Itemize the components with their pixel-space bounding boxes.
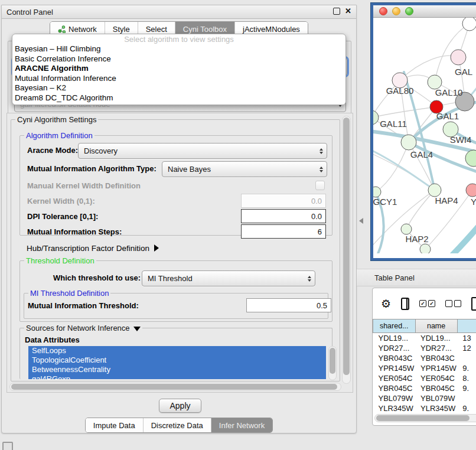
dropdown-item[interactable]: Bayesian – Hill Climbing	[12, 44, 345, 54]
attribute-list-item[interactable]: gal4RGexp	[28, 374, 326, 379]
network-view-window[interactable]: GALGAL80GAL10GAL1GAL11SWI4GAL4GCY1HAP4YH…	[371, 3, 476, 260]
attribute-list-item[interactable]: BetweennessCentrality	[28, 365, 326, 374]
gear-icon[interactable]: ⚙	[381, 298, 391, 309]
dropdown-item[interactable]: Bayesian – K2	[12, 83, 345, 93]
table-panel-header: Table Panel	[357, 269, 476, 286]
control-panel-title: Control Panel	[2, 8, 53, 17]
column-header[interactable]: shared...	[373, 319, 416, 333]
network-graph[interactable]: GALGAL80GAL10GAL1GAL11SWI4GAL4GCY1HAP4YH…	[373, 18, 476, 253]
bottom-tab-infer-network[interactable]: Infer Network	[211, 418, 272, 432]
checked-pair-icon[interactable]: ✓ ✓	[419, 300, 435, 307]
kernel-width-field[interactable]: 0.0	[241, 194, 326, 208]
dropdown-item[interactable]: ARACNE Algorithm	[12, 64, 345, 74]
network-node-gal[interactable]	[451, 50, 466, 65]
which-threshold-label: Which threshold to use:	[53, 273, 141, 282]
table-cell: YPR145W	[415, 363, 457, 373]
minimize-traffic-light-icon[interactable]	[392, 7, 400, 15]
manual-kernel-checkbox[interactable]	[315, 181, 325, 190]
settings-horizontal-scrollbar[interactable]	[9, 383, 341, 391]
network-node-label: GAL4	[410, 149, 433, 159]
settings-vertical-scrollbar[interactable]	[342, 116, 351, 384]
table-horizontal-scrollbar[interactable]	[374, 414, 476, 422]
stepper-icon[interactable]	[308, 276, 311, 282]
apply-button[interactable]: Apply	[159, 399, 201, 413]
dropdown-prompt: Select algorithm to view settings	[12, 35, 345, 44]
mi-type-combobox[interactable]: Naive Bayes	[162, 161, 327, 177]
tab-label: Style	[113, 25, 130, 34]
network-node-gcy1[interactable]	[373, 187, 381, 197]
table-row[interactable]: YLR345WYLR345W9.	[373, 403, 476, 413]
table-row[interactable]: YDL19...YDL19...13	[373, 333, 476, 344]
table-cell: 9.	[457, 383, 476, 393]
attribute-list-item[interactable]: TopologicalCoefficient	[28, 356, 326, 365]
aracne-mode-combobox[interactable]: Discovery	[78, 143, 327, 159]
table-cell: YBR045C	[373, 383, 416, 393]
minimized-panel-icon[interactable]	[2, 442, 13, 450]
table-row[interactable]: YDR27...YDR27...12	[373, 343, 476, 353]
table-row[interactable]: YBR045CYBR045C9.	[373, 383, 476, 393]
table-row[interactable]: YBR043CYBR043C	[373, 353, 476, 363]
sources-title-row[interactable]: Sources for Network Inference	[24, 324, 142, 332]
dpi-tolerance-field[interactable]: 0.0	[241, 209, 326, 223]
dropdown-item[interactable]: Basic Correlation Inference	[12, 54, 345, 64]
attribute-list-item[interactable]: SelfLoops	[28, 346, 326, 356]
network-edge[interactable]	[451, 221, 476, 253]
expanded-arrow-icon[interactable]	[133, 327, 141, 331]
network-node-gal4[interactable]	[401, 135, 416, 150]
network-window-titlebar[interactable]	[373, 5, 476, 18]
which-threshold-combobox[interactable]: MI Threshold	[142, 270, 315, 286]
bottom-tab-discretize-data[interactable]: Discretize Data	[143, 418, 211, 432]
network-canvas[interactable]: GALGAL80GAL10GAL1GAL11SWI4GAL4GCY1HAP4YH…	[373, 18, 476, 253]
table-row[interactable]: YBL079WYBL079W	[373, 393, 476, 403]
stepper-icon[interactable]	[319, 167, 323, 172]
split-columns-icon[interactable]	[401, 298, 409, 310]
attributes-scrollbar[interactable]	[328, 346, 337, 380]
bottom-tab-label: Impute Data	[93, 421, 135, 430]
hub-definition-toggle[interactable]: Hub/Transcription Factor Definition	[27, 243, 159, 253]
network-node-hap4[interactable]	[428, 184, 441, 197]
split-collapse-arrow-icon[interactable]	[359, 218, 363, 224]
collapsed-arrow-icon[interactable]	[154, 244, 159, 252]
table-row[interactable]: YER054CYER054C8.	[373, 373, 476, 383]
network-node[interactable]	[462, 18, 476, 31]
which-threshold-value: MI Threshold	[148, 271, 193, 286]
network-node-gal11[interactable]	[373, 110, 379, 125]
mi-threshold-field[interactable]: 0.5	[246, 298, 331, 312]
zoom-traffic-light-icon[interactable]	[405, 7, 413, 15]
network-node[interactable]	[465, 150, 476, 167]
sources-title: Sources for Network Inference	[26, 324, 130, 332]
dropdown-item[interactable]: Mutual Information Inference	[12, 74, 345, 84]
table-row[interactable]: YPR145WYPR145W9.	[373, 363, 476, 373]
data-attributes-list[interactable]: SelfLoopsTopologicalCoefficientBetweenne…	[28, 346, 326, 379]
column-header[interactable]	[457, 319, 476, 333]
bottom-tab-label: Discretize Data	[151, 421, 203, 430]
table-cell: YDL19...	[415, 333, 457, 344]
mi-steps-label: Mutual Information Steps:	[27, 227, 122, 236]
network-edge[interactable]	[406, 190, 435, 229]
network-edge[interactable]	[376, 142, 409, 192]
float-window-icon[interactable]	[333, 8, 340, 15]
close-icon[interactable]: ✕	[345, 8, 351, 15]
dropdown-item[interactable]: Dream8 DC_TDC Algorithm	[12, 93, 345, 103]
unchecked-pair-icon[interactable]	[445, 300, 461, 307]
network-node-label: GCY1	[373, 197, 397, 207]
network-node-label: SWI4	[450, 135, 472, 145]
close-traffic-light-icon[interactable]	[379, 7, 387, 15]
mi-threshold-group: MI Threshold Definition Mutual Informati…	[24, 293, 328, 319]
mi-steps-field[interactable]: 6	[241, 224, 326, 239]
node-table[interactable]: shared...nameYDL19...YDL19...13YDR27...Y…	[373, 319, 476, 423]
document-icon[interactable]	[471, 297, 476, 311]
tab-label: Network	[69, 25, 97, 34]
mi-threshold-label: Mutual Information Threshold:	[28, 301, 139, 310]
bottom-tab-impute-data[interactable]: Impute Data	[86, 418, 143, 432]
column-header[interactable]: name	[415, 319, 457, 333]
table-cell: 13	[457, 333, 476, 344]
stepper-icon[interactable]	[319, 148, 323, 154]
network-node-label: GAL	[455, 67, 472, 77]
network-node-y[interactable]	[466, 184, 476, 197]
network-node[interactable]	[420, 244, 431, 253]
network-node-hap2[interactable]	[401, 224, 412, 234]
mi-steps-value: 6	[318, 227, 322, 236]
control-panel-titlebar[interactable]: Control Panel ✕	[2, 5, 356, 19]
kernel-width-value: 0.0	[311, 197, 322, 206]
